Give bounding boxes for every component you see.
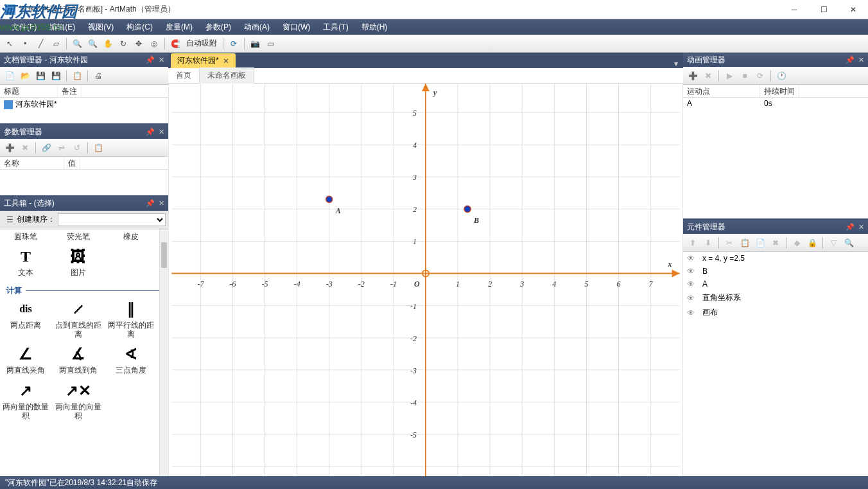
elem-copy-icon[interactable]: 📋 xyxy=(738,236,752,250)
elem-row[interactable]: 👁x = 4, y =2.5 xyxy=(683,252,868,265)
doc-tab-menu-icon[interactable]: ▾ xyxy=(669,59,683,68)
point-icon[interactable]: • xyxy=(18,37,32,51)
doc-tab-close-icon[interactable]: ✕ xyxy=(223,57,229,66)
link-icon[interactable]: 🔗 xyxy=(39,141,53,155)
menu-construct[interactable]: 构造(C) xyxy=(120,19,159,35)
tool-image[interactable]: 🖼图片 xyxy=(55,246,101,277)
anim-delete-icon[interactable]: ✖ xyxy=(701,69,715,83)
anim-add-icon[interactable]: ➕ xyxy=(686,69,700,83)
elem-row[interactable]: 👁直角坐标系 xyxy=(683,290,868,305)
tool-eraser[interactable]: 橡皮 xyxy=(108,232,154,241)
copy-icon[interactable]: 📋 xyxy=(70,69,84,83)
elem-row[interactable]: 👁B xyxy=(683,265,868,278)
pin-icon[interactable]: 📌 xyxy=(846,223,855,231)
tool-pt-line-dist[interactable]: ⟋点到直线的距离 xyxy=(55,299,101,339)
menu-anim[interactable]: 动画(A) xyxy=(238,19,276,35)
doc-row[interactable]: 河东软件园* xyxy=(0,98,168,111)
polygon-icon[interactable]: ▱ xyxy=(49,37,63,51)
pin-icon[interactable]: 📌 xyxy=(846,56,855,64)
elem-search-icon[interactable]: 🔍 xyxy=(842,236,856,250)
new-doc-icon[interactable]: 📄 xyxy=(3,69,17,83)
eye-icon[interactable]: 👁 xyxy=(687,254,697,263)
close-icon[interactable]: ✕ xyxy=(858,56,864,64)
close-icon[interactable]: ✕ xyxy=(159,199,164,208)
menu-view[interactable]: 视图(V) xyxy=(82,19,120,35)
delete-icon[interactable]: ✖ xyxy=(18,141,32,155)
menu-param[interactable]: 参数(P) xyxy=(199,19,238,35)
tool-distance-pts[interactable]: dis两点距离 xyxy=(3,299,49,339)
close-icon[interactable]: ✕ xyxy=(858,223,864,231)
cursor-icon[interactable]: ↖ xyxy=(3,37,17,51)
tool-cross-product[interactable]: ↗✕两向量的向量积 xyxy=(55,380,101,421)
eye-icon[interactable]: 👁 xyxy=(687,267,697,276)
tool-pen[interactable]: 圆珠笔 xyxy=(3,232,49,241)
anim-row[interactable]: A 0s xyxy=(683,98,868,109)
elem-paste-icon[interactable]: 📄 xyxy=(753,236,767,250)
zoom-out-icon[interactable]: 🔍 xyxy=(85,37,100,51)
canvas[interactable]: -7-6-5-4-3-2-11234567-5-4-3-2-112345xyOA… xyxy=(168,84,683,476)
maximize-button[interactable]: ☐ xyxy=(809,0,838,19)
elem-up-icon[interactable]: ⬆ xyxy=(686,236,700,250)
order-combo[interactable] xyxy=(58,213,166,226)
save-icon[interactable]: 💾 xyxy=(33,69,48,83)
pin-icon[interactable]: 📌 xyxy=(146,199,155,208)
reset-icon[interactable]: ↺ xyxy=(70,141,84,155)
move-icon[interactable]: ✥ xyxy=(132,37,146,51)
menu-measure[interactable]: 度量(M) xyxy=(159,19,199,35)
saveall-icon[interactable]: 💾 xyxy=(49,69,63,83)
menu-edit[interactable]: 编辑(E) xyxy=(43,19,82,35)
copy-param-icon[interactable]: 📋 xyxy=(91,141,105,155)
rotate-icon[interactable]: ↻ xyxy=(116,37,130,51)
menu-help[interactable]: 帮助(H) xyxy=(355,19,394,35)
eye-icon[interactable]: 👁 xyxy=(687,280,697,289)
tool-text[interactable]: T文本 xyxy=(3,246,49,277)
tool-dot-product[interactable]: ↗两向量的数量积 xyxy=(3,380,49,421)
anim-clock-icon[interactable]: 🕐 xyxy=(774,69,788,83)
pin-icon[interactable]: 📌 xyxy=(146,56,155,64)
zoom-in-icon[interactable]: 🔍 xyxy=(70,37,84,51)
eye-icon[interactable]: 👁 xyxy=(687,294,697,303)
line-icon[interactable]: ╱ xyxy=(33,37,48,51)
pin-icon[interactable]: 📌 xyxy=(146,128,155,136)
camera-icon[interactable]: 📷 xyxy=(248,37,262,51)
doc-tab[interactable]: 河东软件园* ✕ xyxy=(171,53,236,68)
minimize-button[interactable]: ─ xyxy=(779,0,809,19)
close-icon[interactable]: ✕ xyxy=(159,56,164,64)
elem-down-icon[interactable]: ⬇ xyxy=(701,236,715,250)
target-icon[interactable]: ◎ xyxy=(147,37,161,51)
elem-cut-icon[interactable]: ✂ xyxy=(722,236,736,250)
subtab-board[interactable]: 未命名画板 xyxy=(200,67,254,84)
tool-highlighter[interactable]: 荧光笔 xyxy=(55,232,101,241)
list-icon[interactable]: ☰ xyxy=(3,213,17,227)
close-icon[interactable]: ✕ xyxy=(159,128,164,136)
elem-row[interactable]: 👁A xyxy=(683,278,868,290)
subtab-home[interactable]: 首页 xyxy=(168,67,200,84)
tool-angle-3pt[interactable]: ∢三点角度 xyxy=(108,344,154,375)
anim-stop-icon[interactable]: ■ xyxy=(738,69,752,83)
unlink-icon[interactable]: ⇌ xyxy=(55,141,69,155)
rect-icon[interactable]: ▭ xyxy=(263,37,277,51)
add-icon[interactable]: ➕ xyxy=(3,141,17,155)
close-button[interactable]: ✕ xyxy=(838,0,868,19)
tool-angle-lines[interactable]: ∠两直线夹角 xyxy=(3,344,49,375)
toolbox-scroll[interactable] xyxy=(159,229,168,476)
magnet-icon[interactable]: 🧲 xyxy=(168,37,182,51)
menu-tool[interactable]: 工具(T) xyxy=(317,19,354,35)
menu-window[interactable]: 窗口(W) xyxy=(276,19,317,35)
menu-file[interactable]: 文件(F) xyxy=(5,19,43,35)
open-icon[interactable]: 📂 xyxy=(18,69,32,83)
anim-play-icon[interactable]: ▶ xyxy=(722,69,736,83)
elem-lock-icon[interactable]: 🔒 xyxy=(805,236,819,250)
refresh-icon[interactable]: ⟳ xyxy=(227,37,241,51)
elem-delete-icon[interactable]: ✖ xyxy=(768,236,783,250)
eye-icon[interactable]: 👁 xyxy=(687,308,697,317)
elem-show-icon[interactable]: ◆ xyxy=(790,236,804,250)
tool-angle-to[interactable]: ∡两直线到角 xyxy=(55,344,101,375)
print-icon[interactable]: 🖨 xyxy=(91,69,105,83)
anim-loop-icon[interactable]: ⟳ xyxy=(753,69,767,83)
elem-row[interactable]: 👁画布 xyxy=(683,305,868,320)
autosnap-label[interactable]: 自动吸附 xyxy=(184,38,220,49)
hand-icon[interactable]: ✋ xyxy=(101,37,115,51)
tool-parallel-dist[interactable]: ∥两平行线的距离 xyxy=(108,299,154,339)
elem-filter-icon[interactable]: ▽ xyxy=(826,236,840,250)
